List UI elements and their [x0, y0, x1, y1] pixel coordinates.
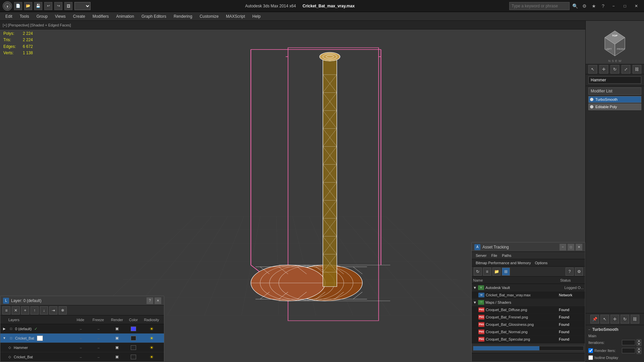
asset-bitmap-perf[interactable]: Bitmap Performance and Memory: [474, 260, 533, 266]
menu-rendering[interactable]: Rendering: [170, 13, 195, 20]
ts-iterations-down[interactable]: ▼: [637, 343, 641, 346]
ts-render-iters-up[interactable]: ▲: [637, 347, 641, 351]
asset-name-specular: PNG Croquet_Bat_Specular.png: [478, 337, 559, 342]
minimize-button[interactable]: −: [608, 2, 619, 10]
menu-customize[interactable]: Customize: [196, 13, 222, 20]
menu-help[interactable]: Help: [249, 13, 264, 20]
layer-color-cricket[interactable]: [126, 336, 140, 341]
mod-rotate-icon[interactable]: ↻: [621, 315, 629, 323]
mod-select-icon[interactable]: ↖: [600, 315, 609, 323]
menu-views[interactable]: Views: [52, 13, 69, 20]
layers-tool-move-down[interactable]: ↓: [40, 306, 48, 314]
rp-scale-icon[interactable]: ⤢: [622, 65, 630, 74]
asset-row-glossiness[interactable]: PNG Croquet_Bat_Glossiness.png Found: [472, 321, 585, 328]
asset-menu-file[interactable]: File: [489, 253, 499, 258]
layer-row-cricket-bat-sub[interactable]: ◇ Cricket_Bat --- --- ▣ ☀: [0, 352, 164, 362]
asset-logo-icon: A: [474, 244, 480, 250]
asset-folder-button[interactable]: 📁: [492, 268, 501, 276]
asset-menu-server[interactable]: Server: [474, 253, 488, 258]
layers-tool-move-up[interactable]: ↑: [31, 306, 39, 314]
redo-button[interactable]: ↪: [54, 2, 62, 10]
layer-color-cricket-sub[interactable]: [126, 355, 140, 359]
save-button[interactable]: 💾: [34, 2, 42, 10]
close-button[interactable]: ✕: [631, 2, 641, 10]
ts-isoline-checkbox[interactable]: [588, 355, 593, 360]
new-button[interactable]: 📄: [14, 2, 22, 10]
asset-minimize-button[interactable]: −: [560, 244, 566, 250]
right-panel: TOP FRONT LEFT NSEW ↖ ✛ ↻ ⤢ ⛓ Hammer Mod…: [585, 21, 644, 362]
asset-row-normal[interactable]: PNG Croquet_Bat_Normal.png Found: [472, 328, 585, 336]
layers-tool-delete[interactable]: ✕: [12, 306, 20, 314]
search-input[interactable]: [509, 2, 570, 10]
asset-options[interactable]: Options: [533, 260, 549, 266]
rp-move-icon[interactable]: ✛: [599, 65, 608, 74]
mod-pin-icon[interactable]: 📌: [590, 315, 599, 323]
layers-tool-layers[interactable]: ≡: [2, 306, 10, 314]
asset-refresh-button[interactable]: ↻: [474, 268, 482, 276]
asset-group-maps-header[interactable]: ▼ 🗺 Maps / Shaders: [472, 299, 585, 306]
menu-edit[interactable]: Edit: [2, 13, 16, 20]
layers-close-button[interactable]: ✕: [155, 297, 161, 304]
layers-tool-merge[interactable]: ⇥: [49, 306, 57, 314]
ts-render-iters-down[interactable]: ▼: [637, 351, 641, 354]
asset-help-button[interactable]: ?: [566, 268, 574, 276]
viewport[interactable]: [+] [Perspective] [Shaded + Edged Faces]…: [0, 21, 585, 362]
ts-iterations-up[interactable]: ▲: [637, 339, 641, 343]
asset-maximize-button[interactable]: □: [568, 244, 574, 250]
menu-maxscript[interactable]: MAXScript: [223, 13, 248, 20]
menu-tools[interactable]: Tools: [16, 13, 33, 20]
asset-col-status: Status: [560, 278, 584, 282]
menu-graph-editors[interactable]: Graph Editors: [138, 13, 170, 20]
asset-settings-button[interactable]: ⚙: [575, 268, 583, 276]
ts-iterations-input[interactable]: 0: [622, 340, 635, 345]
undo-button[interactable]: ↩: [44, 2, 52, 10]
ts-render-iters-input[interactable]: 2: [622, 348, 635, 353]
asset-group-vault-header[interactable]: ▼ V Autodesk Vault Logged O...: [472, 284, 585, 291]
menu-animation[interactable]: Animation: [113, 13, 137, 20]
modifier-section: Modifier List TurboSmooth Editable Poly: [586, 86, 644, 313]
workspace-dropdown[interactable]: Workspace: Default: [74, 2, 91, 10]
asset-footer: [472, 343, 585, 353]
menu-create[interactable]: Create: [70, 13, 89, 20]
help-icon[interactable]: ?: [599, 2, 607, 10]
mod-link-icon[interactable]: ⛓: [631, 315, 639, 323]
menu-modifiers[interactable]: Modifiers: [89, 13, 112, 20]
maximize-button[interactable]: □: [620, 2, 630, 10]
layers-tool-add[interactable]: +: [21, 306, 29, 314]
layer-color-hammer[interactable]: [126, 345, 140, 350]
modifier-turbosmooth[interactable]: TurboSmooth: [588, 96, 641, 103]
asset-row-specular[interactable]: PNG Croquet_Bat_Specular.png Found: [472, 336, 585, 343]
asset-list-button[interactable]: ≡: [483, 268, 491, 276]
menu-group[interactable]: Group: [33, 13, 51, 20]
modifier-editable-poly[interactable]: Editable Poly: [588, 103, 641, 110]
search-icon[interactable]: 🔍: [571, 2, 579, 10]
asset-row-diffuse[interactable]: PNG Croquet_Bat_Diffuse.png Found: [472, 306, 585, 313]
asset-menu-paths[interactable]: Paths: [500, 253, 513, 258]
layer-row-hammer[interactable]: ◇ Hammer --- --- ▣ ☀: [0, 343, 164, 352]
render-button[interactable]: 🖼: [64, 2, 72, 10]
rp-select-icon[interactable]: ↖: [588, 65, 597, 74]
open-button[interactable]: 📂: [24, 2, 32, 10]
object-name-input[interactable]: Hammer: [588, 76, 641, 84]
asset-name-glossiness: PNG Croquet_Bat_Glossiness.png: [478, 322, 559, 327]
asset-table-button[interactable]: ⊞: [502, 268, 510, 276]
rp-link-icon[interactable]: ⛓: [633, 65, 641, 74]
layer-color-default[interactable]: [126, 327, 140, 331]
settings-icon[interactable]: ⚙: [580, 2, 588, 10]
mod-controls: 📌 ↖ ✛ ↻ ⛓: [586, 313, 644, 325]
mod-move-icon[interactable]: ✛: [610, 315, 619, 323]
layer-row-default[interactable]: ▶ □ 0 (default) ✓ --- --- ▣ ☀: [0, 324, 164, 334]
layer-row-cricket-bat[interactable]: ▼ □ Cricket_Bat --- --- ▣ ☀: [0, 334, 164, 343]
layers-tool-freeze[interactable]: ❄: [59, 306, 67, 314]
rp-rotate-icon[interactable]: ↻: [610, 65, 619, 74]
asset-row-max-file[interactable]: M Cricket_Bat_max_vray.max Network: [472, 291, 585, 299]
ts-render-iters-label: Render Iters:: [594, 349, 621, 353]
asset-row-fresnel[interactable]: PNG Croquet_Bat_Fresnel.png Found: [472, 313, 585, 321]
modifier-list-dropdown[interactable]: Modifier List: [588, 87, 641, 95]
asset-list: ▼ V Autodesk Vault Logged O... M Cricket…: [472, 284, 585, 343]
ts-render-iters-checkbox[interactable]: [588, 348, 593, 353]
favorite-icon[interactable]: ★: [590, 2, 598, 10]
layers-titlebar[interactable]: L Layer: 0 (default) ? ✕: [0, 296, 164, 305]
layers-question-button[interactable]: ?: [147, 297, 153, 304]
asset-close-button[interactable]: ✕: [576, 244, 582, 250]
